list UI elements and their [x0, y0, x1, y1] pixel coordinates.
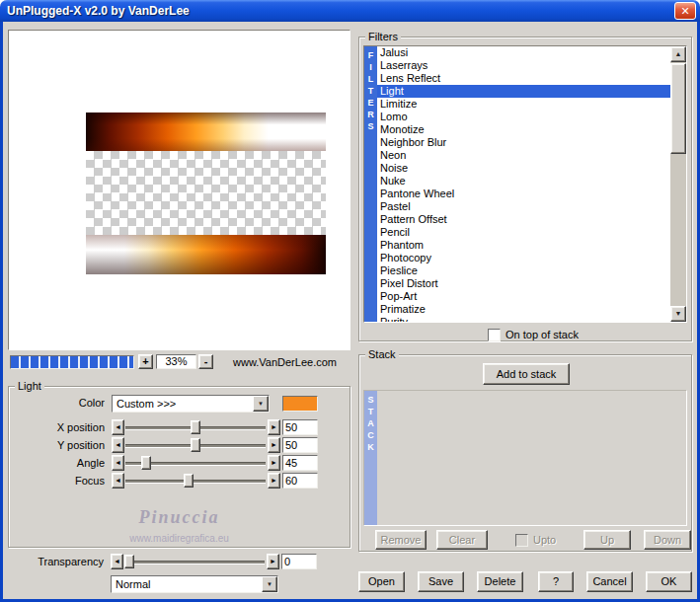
filter-list-item[interactable]: Pencil [377, 226, 670, 239]
filter-list-item[interactable]: Primatize [377, 303, 670, 316]
angle-increment-button[interactable]: ► [268, 455, 280, 471]
arrow-left-icon: ◄ [115, 477, 121, 484]
open-button[interactable]: Open [358, 571, 405, 592]
stack-list[interactable] [377, 391, 686, 525]
zoom-level-display[interactable]: 33% [156, 354, 196, 369]
filter-list-item[interactable]: Light [377, 85, 670, 98]
cancel-button[interactable]: Cancel [586, 571, 633, 592]
filter-list-item[interactable]: Pixel Distort [377, 277, 670, 290]
y-position-input[interactable] [282, 437, 318, 453]
x-position-label: X position [9, 421, 105, 433]
blend-mode-combobox[interactable]: Normal ▼ [111, 575, 278, 593]
focus-input[interactable] [282, 473, 318, 489]
on-top-of-stack-checkbox[interactable] [488, 329, 501, 341]
angle-row: Angle ◄ ► [9, 455, 350, 473]
filter-list-item[interactable]: Phantom [377, 239, 670, 252]
filter-list-item[interactable]: Pastel [377, 200, 670, 213]
blend-mode-value: Normal [116, 578, 260, 590]
preview-panel[interactable] [8, 30, 350, 350]
save-button[interactable]: Save [418, 571, 464, 592]
filter-list-item[interactable]: Purity [377, 316, 670, 322]
filter-scrollbar[interactable]: ▲ ▼ [670, 46, 686, 322]
arrow-left-icon: ◄ [115, 459, 121, 466]
filters-tab: F I L T E R S [364, 46, 377, 322]
filter-list-item[interactable]: Limitize [377, 98, 670, 111]
focus-slider[interactable] [125, 473, 266, 489]
clear-button[interactable]: Clear [436, 530, 488, 550]
filter-list-item[interactable]: Pantone Wheel [377, 188, 670, 200]
zoom-out-button[interactable]: - [198, 354, 213, 369]
light-group-title: Light [15, 380, 44, 392]
angle-slider-thumb[interactable] [141, 456, 151, 470]
remove-button[interactable]: Remove [375, 530, 427, 550]
angle-input[interactable] [282, 455, 318, 471]
filter-list-item[interactable]: Pop-Art [377, 290, 670, 303]
zoom-in-button[interactable]: + [138, 354, 153, 369]
color-swatch[interactable] [282, 396, 318, 412]
ok-button[interactable]: OK [646, 571, 692, 592]
y-position-decrement-button[interactable]: ◄ [112, 437, 124, 453]
delete-button[interactable]: Delete [477, 571, 523, 592]
preview-flame-top [86, 113, 326, 151]
preview-image[interactable] [86, 113, 326, 274]
down-button[interactable]: Down [644, 530, 691, 550]
x-position-increment-button[interactable]: ► [268, 419, 280, 435]
transparency-slider-thumb[interactable] [124, 555, 134, 568]
angle-slider[interactable] [125, 455, 266, 471]
scroll-up-button[interactable]: ▲ [670, 46, 686, 62]
filter-list-item[interactable]: Laserrays [377, 59, 670, 72]
unplugged-x-window: UnPlugged-X v2.0 by VanDerLee ✕ + 33% - … [0, 0, 700, 602]
transparency-increment-button[interactable]: ► [267, 554, 279, 569]
scroll-up-icon: ▲ [675, 50, 682, 57]
transparency-input[interactable] [281, 554, 317, 569]
upto-checkbox[interactable] [515, 534, 528, 547]
focus-slider-thumb[interactable] [184, 474, 194, 488]
arrow-right-icon: ► [271, 441, 277, 448]
filter-list-item[interactable]: Monotize [377, 123, 670, 136]
color-row: Color Custom >>> ▼ [9, 395, 350, 413]
stack-group: Stack Add to stack S T A C K Remove Clea… [358, 354, 692, 552]
y-position-increment-button[interactable]: ► [268, 437, 280, 453]
filter-list[interactable]: Jalusi Laserrays Lens Reflect Light Limi… [377, 46, 670, 322]
up-button[interactable]: Up [583, 530, 631, 550]
filter-list-item[interactable]: Pieslice [377, 264, 670, 277]
filter-list-item[interactable]: Lomo [377, 111, 670, 123]
filter-list-item[interactable]: Nuke [377, 175, 670, 188]
upto-row: Upto [515, 533, 556, 547]
focus-increment-button[interactable]: ► [268, 473, 280, 489]
filter-list-item[interactable]: Noise [377, 162, 670, 175]
add-to-stack-button[interactable]: Add to stack [483, 363, 570, 385]
color-label: Color [9, 397, 105, 409]
filter-list-item[interactable]: Photocopy [377, 252, 670, 264]
transparency-slider[interactable] [124, 554, 265, 569]
stack-group-title: Stack [365, 348, 399, 360]
filter-list-item[interactable]: Pattern Offset [377, 213, 670, 226]
filter-list-item[interactable]: Neighbor Blur [377, 136, 670, 149]
upto-label: Upto [533, 534, 556, 546]
color-combobox[interactable]: Custom >>> ▼ [112, 395, 270, 413]
angle-decrement-button[interactable]: ◄ [112, 455, 124, 471]
scroll-down-button[interactable]: ▼ [670, 306, 686, 322]
filter-list-item[interactable]: Neon [377, 149, 670, 162]
chevron-down-icon[interactable]: ▼ [253, 396, 269, 412]
y-position-slider[interactable] [125, 437, 266, 453]
focus-decrement-button[interactable]: ◄ [112, 473, 124, 489]
x-position-input[interactable] [282, 419, 318, 435]
titlebar[interactable]: UnPlugged-X v2.0 by VanDerLee ✕ [0, 0, 700, 22]
transparency-row: Transparency ◄ ► [8, 554, 349, 571]
close-button[interactable]: ✕ [674, 2, 696, 20]
help-button[interactable]: ? [538, 571, 574, 592]
zoom-progress-bar [10, 355, 134, 369]
scrollbar-thumb[interactable] [670, 63, 686, 154]
x-position-decrement-button[interactable]: ◄ [112, 419, 124, 435]
color-value: Custom >>> [117, 398, 251, 410]
chevron-down-icon[interactable]: ▼ [262, 576, 277, 592]
arrow-left-icon: ◄ [115, 423, 121, 430]
plus-icon: + [142, 355, 148, 367]
x-position-slider-thumb[interactable] [191, 420, 200, 434]
y-position-slider-thumb[interactable] [191, 438, 200, 452]
transparency-decrement-button[interactable]: ◄ [111, 554, 123, 569]
filter-list-item[interactable]: Jalusi [377, 46, 670, 59]
filter-list-item[interactable]: Lens Reflect [377, 72, 670, 85]
x-position-slider[interactable] [125, 419, 266, 435]
